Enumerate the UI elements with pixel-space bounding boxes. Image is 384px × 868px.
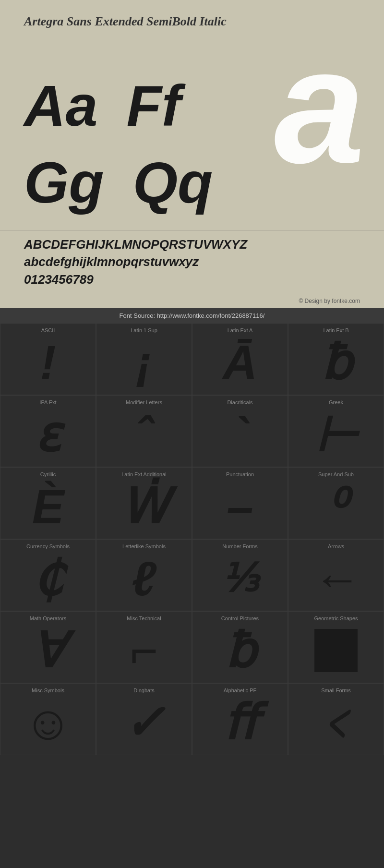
glyph-char: ⅓: [221, 552, 259, 605]
glyph-cell: CyrillicÈ: [0, 467, 96, 539]
glyph-cell: Misc Technical⌐: [96, 611, 192, 683]
glyph-label: Latin Ext A: [228, 327, 253, 333]
glyph-label: Small Forms: [321, 687, 351, 693]
glyph-cell: Alphabetic PFﬀ: [192, 683, 288, 755]
glyph-label: Punctuation: [226, 471, 254, 477]
glyph-char: –: [227, 480, 253, 533]
glyph-label: Geometric Shapes: [314, 615, 358, 621]
glyph-label: Cyrillic: [40, 471, 56, 477]
glyph-cell: Misc Symbols☺: [0, 683, 96, 755]
glyph-char: ¡: [136, 336, 152, 389]
glyph-cell: Letterlike Symbolsℓ: [96, 539, 192, 611]
glyph-cell: Latin Ext AĀ: [192, 323, 288, 395]
glyph-cell: Super And Sub⁰: [288, 467, 384, 539]
glyph-label: Greek: [329, 399, 343, 405]
glyph-label: Alphabetic PF: [224, 687, 256, 693]
source-bar: Font Source: http://www.fontke.com/font/…: [0, 308, 384, 323]
glyph-char: È: [32, 480, 64, 533]
glyph-char: ƀ: [321, 336, 351, 389]
square-shape: [314, 629, 358, 672]
glyph-label: Modifier Letters: [126, 399, 162, 405]
letter-pair-1: Aa: [24, 77, 97, 134]
glyph-char: [314, 624, 358, 677]
glyph-label: ASCII: [41, 327, 55, 333]
glyph-char: ﹤: [312, 696, 360, 749]
glyph-label: Latin 1 Sup: [131, 327, 157, 333]
glyph-cell: Latin 1 Sup¡: [96, 323, 192, 395]
glyph-cell: Arrows←: [288, 539, 384, 611]
glyph-label: Misc Technical: [127, 615, 161, 621]
glyph-label: Diacriticals: [227, 399, 252, 405]
glyph-label: Control Pictures: [221, 615, 259, 621]
glyph-cell: Small Forms﹤: [288, 683, 384, 755]
glyph-label: Math Operators: [30, 615, 66, 621]
glyph-cell: ASCII!: [0, 323, 96, 395]
digit-chars: 0123456789: [24, 272, 94, 287]
glyph-cell: Geometric Shapes: [288, 611, 384, 683]
glyph-char: ⁰: [326, 480, 346, 533]
glyph-cell: Punctuation–: [192, 467, 288, 539]
uppercase-letters: ABCDEFGHIJKLMNOPQRSTUVWXYZ: [24, 237, 247, 252]
glyph-label: Latin Ext Additional: [121, 471, 167, 477]
glyph-cell: Number Forms⅓: [192, 539, 288, 611]
glyph-cell: Latin Ext AdditionalẆ: [96, 467, 192, 539]
glyph-cell: Diacriticals`: [192, 395, 288, 467]
glyph-char: ﬀ: [224, 696, 257, 749]
glyph-char: !: [40, 336, 56, 389]
glyph-label: Misc Symbols: [32, 687, 64, 693]
glyph-char: ⌐: [130, 624, 158, 677]
glyph-label: Number Forms: [222, 543, 257, 549]
glyph-cell: Currency Symbols₵: [0, 539, 96, 611]
copyright-text: © Design by fontke.com: [299, 298, 360, 304]
glyph-cell: Dingbats✓: [96, 683, 192, 755]
source-text: Font Source: http://www.fontke.com/font/…: [120, 312, 265, 319]
glyph-cell: Math Operators∀: [0, 611, 96, 683]
alphabet-section: ABCDEFGHIJKLMNOPQRSTUVWXYZ abcdefghijklm…: [0, 230, 384, 295]
glyph-cell: Control Picturesƀ: [192, 611, 288, 683]
glyph-grid: ASCII!Latin 1 Sup¡Latin Ext AĀLatin Ext …: [0, 323, 384, 755]
glyph-label: Currency Symbols: [26, 543, 70, 549]
glyph-char: ℓ: [132, 552, 156, 605]
glyph-char: `: [232, 408, 248, 461]
hero-big-a: a: [274, 24, 365, 187]
glyph-char: ₵: [33, 552, 63, 605]
glyph-cell: IPA Extɛ: [0, 395, 96, 467]
glyph-cell: Greek⊢: [288, 395, 384, 467]
hero-letter-A: Aa: [24, 77, 97, 134]
glyph-char: ←: [312, 552, 360, 605]
glyph-char: ˆ: [136, 408, 152, 461]
hero-section: Artegra Sans Extended SemiBold Italic Aa…: [0, 0, 384, 230]
hero-letters-display: Aa Ff a: [24, 38, 360, 173]
alphabet-display: ABCDEFGHIJKLMNOPQRSTUVWXYZ abcdefghijklm…: [24, 236, 360, 288]
glyph-label: Letterlike Symbols: [122, 543, 166, 549]
glyph-cell: Latin Ext Bƀ: [288, 323, 384, 395]
glyph-char: ☺: [24, 696, 72, 749]
glyph-char: ƀ: [225, 624, 255, 677]
lowercase-letters: abcdefghijklmnopqrstuvwxyz: [24, 254, 199, 269]
glyph-char: ∀: [32, 624, 64, 677]
glyph-label: Arrows: [328, 543, 344, 549]
glyph-label: IPA Ext: [39, 399, 56, 405]
glyph-char: ✓: [124, 696, 164, 749]
glyph-cell: Modifier Lettersˆ: [96, 395, 192, 467]
hero-letter-F: Ff: [126, 77, 180, 134]
letter-pair-2: Ff: [126, 77, 180, 134]
glyph-char: Ẇ: [120, 480, 168, 533]
glyph-label: Super And Sub: [318, 471, 354, 477]
glyph-char: ⊢: [315, 408, 357, 461]
glyph-char: Ā: [223, 336, 257, 389]
glyph-label: Dingbats: [133, 687, 154, 693]
glyph-char: ɛ: [35, 408, 61, 461]
glyph-label: Latin Ext B: [323, 327, 348, 333]
copyright-bar: © Design by fontke.com: [0, 295, 384, 308]
